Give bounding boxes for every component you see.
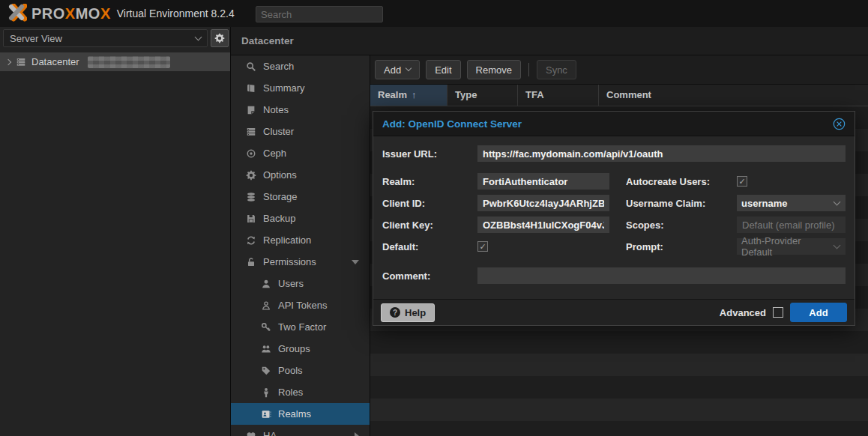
nav-item-cluster[interactable]: Cluster <box>231 121 370 142</box>
tag-icon <box>261 366 271 376</box>
datacenter-icon <box>16 57 26 67</box>
dialog-titlebar[interactable]: Add: OpenID Connect Server <box>373 112 855 136</box>
help-button[interactable]: ? Help <box>381 303 435 322</box>
advanced-label: Advanced <box>720 307 766 318</box>
brand-wordmark: PROXMOX <box>31 5 111 22</box>
nav-item-replication[interactable]: Replication <box>231 229 370 251</box>
person-icon <box>261 387 271 398</box>
nav-label: Permissions <box>263 256 316 267</box>
help-button-label: Help <box>405 307 426 318</box>
nav-label: Realms <box>278 408 311 420</box>
nav-label: Summary <box>263 82 305 94</box>
nav-item-notes[interactable]: Notes <box>231 99 370 121</box>
close-icon[interactable] <box>833 118 846 130</box>
ceph-icon <box>246 148 256 159</box>
realms-table-header: Realm↑ Type TFA Comment <box>370 84 868 106</box>
nav-item-two-factor[interactable]: Two Factor <box>231 316 370 338</box>
proxmox-logo-icon <box>7 4 27 23</box>
comment-input[interactable] <box>477 267 846 284</box>
note-icon <box>246 105 256 115</box>
nav-item-search[interactable]: Search <box>231 55 370 77</box>
nav-label: Options <box>263 169 297 181</box>
advanced-checkbox[interactable] <box>773 307 783 318</box>
nav-item-ha[interactable]: HA <box>231 425 370 436</box>
autocreate-users-checkbox[interactable] <box>737 176 747 187</box>
prompt-value: Auth-Provider Default <box>741 235 834 258</box>
issuer-url-row: Issuer URL: <box>382 145 846 162</box>
remove-button[interactable]: Remove <box>467 60 521 79</box>
redacted-cluster-name <box>88 56 170 68</box>
nav-label: Ceph <box>263 148 286 159</box>
nav-item-users[interactable]: Users <box>231 273 370 294</box>
view-selector-label: Server View <box>10 33 62 44</box>
toolbar-separator <box>528 63 529 76</box>
nav-label: Pools <box>278 365 303 376</box>
group-icon <box>261 344 271 354</box>
dialog-footer: ? Help Advanced Add <box>373 299 855 325</box>
client-id-input[interactable] <box>477 195 609 211</box>
expand-chevron-icon[interactable] <box>5 58 11 64</box>
nav-label: Search <box>263 61 294 72</box>
nav-item-summary[interactable]: Summary <box>231 77 370 99</box>
nav-item-realms[interactable]: Realms <box>231 403 370 425</box>
product-version: Virtual Environment 8.2.4 <box>117 7 235 19</box>
tree-node-label: Datacenter <box>31 56 79 67</box>
dialog-body: Issuer URL: Realm: Autocreate Users: Cli… <box>373 136 855 284</box>
gear-icon <box>214 33 225 43</box>
nav-label: HA <box>263 430 277 436</box>
nav-item-pools[interactable]: Pools <box>231 360 370 381</box>
tree-node-datacenter[interactable]: Datacenter <box>0 52 230 71</box>
comment-row: Comment: <box>382 267 846 284</box>
column-label: Realm <box>378 89 407 100</box>
nav-item-ceph[interactable]: Ceph <box>231 142 370 164</box>
sync-button[interactable]: Sync <box>537 60 576 79</box>
nav-item-groups[interactable]: Groups <box>231 338 370 360</box>
page-title: Datacenter <box>231 35 294 46</box>
nav-item-api-tokens[interactable]: API Tokens <box>231 294 370 316</box>
comment-label: Comment: <box>382 270 477 282</box>
add-button[interactable]: Add <box>375 60 420 79</box>
dialog-field-grid: Realm: Autocreate Users: Client ID: User… <box>382 173 846 255</box>
nav-item-roles[interactable]: Roles <box>231 381 370 403</box>
chevron-down-icon <box>834 198 841 205</box>
column-header-comment[interactable]: Comment <box>599 85 868 106</box>
nav-label: Groups <box>278 343 310 354</box>
nav-item-permissions[interactable]: Permissions <box>231 251 370 273</box>
global-search-input[interactable] <box>256 6 383 22</box>
nav-item-options[interactable]: Options <box>231 164 370 186</box>
column-header-realm[interactable]: Realm↑ <box>370 85 447 106</box>
submit-add-button[interactable]: Add <box>790 303 847 322</box>
username-claim-select[interactable]: username <box>737 195 846 211</box>
heartbeat-icon <box>246 431 256 436</box>
content-header: Datacenter <box>231 27 868 55</box>
chevron-down-icon <box>195 33 202 40</box>
column-header-tfa[interactable]: TFA <box>518 85 599 106</box>
edit-button[interactable]: Edit <box>426 60 460 79</box>
tree-toolbar: Server View <box>0 27 230 49</box>
submit-add-label: Add <box>809 307 828 318</box>
sync-icon <box>246 235 256 246</box>
view-selector-combo[interactable]: Server View <box>3 29 208 47</box>
nav-label: Roles <box>278 387 303 398</box>
default-checkbox[interactable] <box>477 241 488 252</box>
column-label: Type <box>455 89 477 100</box>
realms-toolbar: Add Edit Remove Sync <box>370 55 868 84</box>
realm-label: Realm: <box>382 176 477 187</box>
username-claim-label: Username Claim: <box>626 198 721 209</box>
realm-input[interactable] <box>477 173 609 190</box>
column-header-type[interactable]: Type <box>447 85 518 106</box>
client-key-input[interactable] <box>477 217 609 233</box>
user-icon <box>261 279 271 289</box>
issuer-url-input[interactable] <box>477 145 846 162</box>
search-icon <box>246 61 256 72</box>
nav-item-storage[interactable]: Storage <box>231 186 370 208</box>
address-book-icon <box>261 409 271 420</box>
user-outline-icon <box>261 300 271 311</box>
nav-item-backup[interactable]: Backup <box>231 208 370 229</box>
chevron-down-icon <box>352 260 359 264</box>
tree-settings-button[interactable] <box>211 29 229 47</box>
datacenter-nav: Search Summary Notes Cluster Ceph Option… <box>231 55 370 436</box>
footer-actions: Advanced Add <box>720 303 847 322</box>
username-claim-value: username <box>741 198 787 209</box>
storage-icon <box>246 192 256 202</box>
